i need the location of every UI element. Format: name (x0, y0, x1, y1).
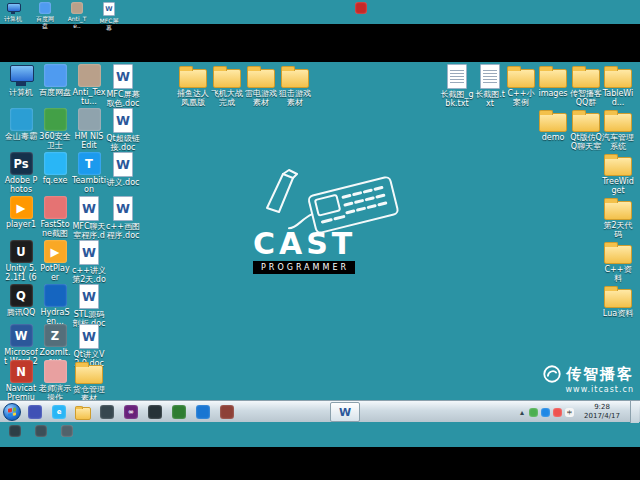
desktop-icon[interactable]: NNavicat Premium (4, 360, 38, 402)
app-icon[interactable] (171, 404, 187, 420)
desktop-icon[interactable]: images (536, 64, 570, 98)
app-icon (44, 64, 67, 87)
desktop-icon[interactable]: ▶player1 (4, 196, 38, 229)
desktop-icon[interactable]: Wc++讲义第2天.doc (72, 240, 106, 284)
desktop-icon[interactable]: C++小案例 (504, 64, 538, 107)
itcast-watermark: 传智播客 www.itcast.cn (542, 364, 634, 394)
desktop-icon[interactable]: WSTL源码剖析.doc (72, 284, 106, 328)
show-desktop-button[interactable] (630, 401, 639, 423)
app-icon (44, 196, 67, 219)
icon-label: Qt版仿QQ聊天室 (569, 133, 603, 151)
app-icon (10, 108, 33, 131)
visual-studio-icon[interactable]: ∞ (123, 404, 139, 420)
desktop-icon[interactable]: Anti_Te.. (66, 2, 88, 29)
desktop-icon[interactable]: 雷电游戏素材 (244, 64, 278, 107)
desktop-icon[interactable]: C++资料 (601, 240, 635, 283)
desktop-icon[interactable]: HM NIS Edit (72, 108, 106, 150)
icon-label: MFC屏幕 (98, 17, 120, 31)
app-icon: U (10, 240, 33, 263)
icon-label: c++讲义第2天.doc (72, 266, 106, 284)
desktop-icon[interactable]: 长截图_gbk.txt (440, 64, 474, 108)
desktop-icon[interactable]: TableWid... (601, 64, 635, 107)
folder-icon (604, 289, 632, 308)
desktop-icon[interactable]: 货仓管理素材 (72, 360, 106, 403)
desktop-icon[interactable]: 长截图.txt (473, 64, 507, 108)
folder-icon (539, 113, 567, 132)
media-player-icon[interactable] (27, 404, 43, 420)
app-icon (39, 2, 51, 14)
desktop-icon[interactable]: TreeWidget (601, 152, 635, 195)
desktop-icon[interactable]: 百度网盘 (34, 2, 56, 29)
desktop-icon[interactable]: 第2天代码 (601, 196, 635, 239)
desktop-icon[interactable]: 金山毒霸 (4, 108, 38, 141)
desktop-icon[interactable]: fq.exe (38, 152, 72, 185)
folder-icon (604, 245, 632, 264)
desktop-icon[interactable]: PsAdobe Photosh... (4, 152, 38, 194)
start-button[interactable] (3, 403, 21, 421)
desktop-icon[interactable]: 老师演示操作 (38, 360, 72, 402)
desktop-icon[interactable]: UUnity 5.2.1f1 (64-bit) (4, 240, 38, 282)
desktop-icon[interactable]: demo (536, 108, 570, 142)
taskbar-open-window-word[interactable]: W (330, 402, 360, 422)
internet-explorer-icon[interactable]: e (51, 404, 67, 420)
desktop-icon[interactable]: TTeambition (72, 152, 106, 194)
desktop-icon[interactable]: WQt超级链接.doc (106, 108, 140, 152)
icon-label: Unity 5.2.1f1 (64-bit) (4, 264, 38, 282)
desktop-icon[interactable]: Q腾讯QQ (4, 284, 38, 317)
desktop-icon[interactable]: Wc++画图程序.doc (106, 196, 140, 240)
icon-label: 腾讯QQ (4, 308, 38, 317)
desktop-icon[interactable]: 狙击游戏素材 (278, 64, 312, 107)
desktop-icon[interactable]: 捕鱼达人凤凰版 (176, 64, 210, 107)
app-icon (44, 108, 67, 131)
desktop-icon[interactable]: Qt版仿QQ聊天室 (569, 108, 603, 151)
folder-icon (507, 69, 535, 88)
input-method-icon[interactable]: 中 (565, 408, 574, 417)
word-doc-icon: W (113, 64, 134, 89)
tray-icon[interactable] (529, 408, 538, 417)
icon-label: player1 (4, 220, 38, 229)
icon-label: Anti_Textu... (72, 88, 106, 106)
app-icon[interactable] (195, 404, 211, 420)
desktop-icon[interactable]: 百度网盘 (38, 64, 72, 97)
desktop-icon[interactable] (4, 425, 26, 437)
desktop-icon[interactable]: 传智播客QQ群 (569, 64, 603, 107)
tray-expand-icon[interactable]: ▴ (520, 408, 524, 417)
desktop-icon[interactable]: HydraSen... (38, 284, 72, 326)
folder-icon (604, 113, 632, 132)
app-icon (148, 405, 162, 419)
desktop-icon[interactable]: Anti_Textu... (72, 64, 106, 106)
desktop-icon[interactable]: 计算机 (2, 2, 24, 22)
icon-label: c++画图程序.doc (106, 222, 140, 240)
desktop-icon[interactable]: FastStone截图 (38, 196, 72, 238)
icon-label: TreeWidget (601, 177, 635, 195)
word-icon: W (339, 406, 351, 419)
desktop-icon[interactable]: 计算机 (4, 64, 38, 97)
desktop-icon[interactable] (56, 425, 78, 437)
word-doc-icon: W (113, 196, 134, 221)
desktop-icon[interactable] (30, 425, 52, 437)
desktop-icon[interactable]: WMFC聊天室程序.doc (72, 196, 106, 240)
file-explorer-icon[interactable] (75, 404, 91, 420)
app-icon[interactable] (99, 404, 115, 420)
tray-icon[interactable] (553, 408, 562, 417)
icon-label: 捕鱼达人凤凰版 (176, 89, 210, 107)
app-icon (9, 425, 21, 437)
app-icon[interactable] (219, 404, 235, 420)
tray-icon[interactable] (541, 408, 550, 417)
desktop-icon[interactable]: 飞机大战完成 (210, 64, 244, 107)
icon-label: MFC聊天室程序.doc (72, 222, 106, 240)
desktop-icon[interactable]: 汽车管理系统 (601, 108, 635, 151)
icon-label: 百度网盘 (34, 15, 56, 29)
desktop-icon[interactable]: WMFC屏幕 (98, 2, 120, 31)
desktop-icon[interactable]: ▶PotPlayer (38, 240, 72, 282)
taskbar-clock[interactable]: 9:28 2017/4/17 (579, 403, 625, 421)
word-doc-icon: W (79, 196, 100, 221)
clock-time: 9:28 (579, 403, 625, 412)
desktop-icon[interactable]: WMFC屏幕取色.doc (106, 64, 140, 108)
app-icon[interactable] (147, 404, 163, 420)
desktop-icon[interactable]: W讲义.doc (106, 152, 140, 187)
desktop-icon[interactable] (350, 2, 372, 14)
desktop-icon[interactable]: 360安全卫士 (38, 108, 72, 150)
desktop-icon[interactable]: Lua资料 (601, 284, 635, 318)
icon-label: Lua资料 (601, 309, 635, 318)
